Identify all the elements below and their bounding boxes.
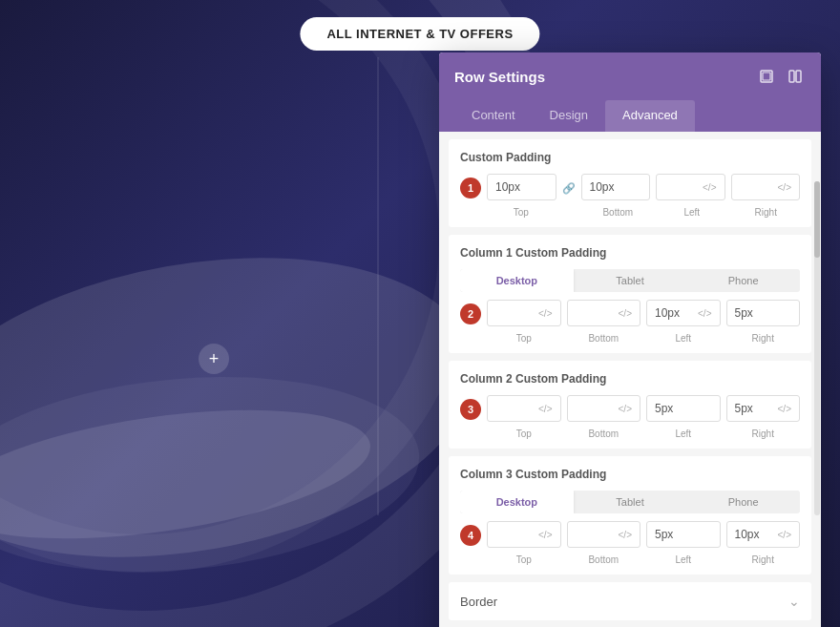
col1-left-field[interactable]: 10px </> (646, 300, 721, 326)
col1-code-left: </> (698, 308, 711, 319)
col3-right-group: 10px </> (726, 521, 801, 548)
padding-top-field[interactable]: 10px (487, 174, 556, 200)
badge-3-wrap: 3 (460, 399, 485, 420)
col3-left-value: 5px (655, 528, 673, 541)
col1-bottom-field[interactable]: </> (567, 300, 641, 326)
col3-right-field[interactable]: 10px </> (726, 521, 801, 548)
offer-button[interactable]: ALL INTERNET & TV OFFERS (300, 17, 539, 51)
col3-right-value: 10px (735, 528, 760, 541)
padding-right-group: </> (731, 174, 801, 200)
col1-top-field[interactable]: </> (487, 300, 561, 326)
col1-tab-desktop[interactable]: Desktop (460, 269, 574, 292)
col2-right-field[interactable]: 5px </> (726, 395, 801, 422)
link-icon[interactable]: 🔗 (562, 182, 576, 195)
col1-code-bottom: </> (619, 308, 632, 319)
col3-code-bottom: </> (619, 530, 632, 540)
svg-rect-2 (789, 71, 794, 82)
col1-tab-phone[interactable]: Phone (686, 269, 800, 292)
col3-left-field[interactable]: 5px (646, 521, 721, 548)
col1-padding-section: Column 1 Custom Padding Desktop Tablet P… (449, 235, 811, 353)
col2-right-value: 5px (735, 402, 753, 415)
col1-bottom-group: </> (567, 300, 641, 326)
code-icon-right: </> (778, 182, 791, 193)
col1-device-tabs: Desktop Tablet Phone (460, 269, 800, 292)
panel-header: Row Settings (439, 52, 821, 100)
col3-tab-phone[interactable]: Phone (686, 491, 800, 513)
tab-content[interactable]: Content (454, 100, 533, 132)
right-label: Right (755, 207, 777, 218)
col3-bottom-label: Bottom (588, 554, 619, 565)
col3-top-label: Top (516, 554, 532, 565)
custom-padding-section: Custom Padding 1 10px 🔗 (449, 139, 811, 227)
col1-code-top: </> (538, 308, 552, 319)
col2-bottom-label: Bottom (588, 428, 619, 439)
col3-bottom-field[interactable]: </> (567, 521, 641, 548)
col2-left-value: 5px (655, 402, 673, 415)
padding-top-value: 10px (495, 180, 520, 194)
col1-left-value: 10px (655, 306, 680, 320)
col1-right-value: 5px (735, 306, 753, 320)
col1-top-group: </> (487, 300, 561, 326)
col3-bottom-group: </> (567, 521, 641, 548)
label-top: Top (487, 204, 556, 218)
tab-design[interactable]: Design (533, 100, 605, 132)
col3-code-right: </> (778, 530, 791, 540)
col3-padding-title: Column 3 Custom Padding (460, 468, 800, 481)
code-icon-left: </> (703, 182, 716, 193)
col2-bottom-field[interactable]: </> (567, 395, 641, 422)
col1-padding-inputs: </> </> 10px </> (487, 300, 800, 326)
border-section[interactable]: Border ⌄ (449, 582, 811, 620)
divider-line (377, 57, 379, 515)
col3-top-group: </> (487, 521, 561, 548)
tab-advanced[interactable]: Advanced (605, 100, 695, 132)
col3-padding-inputs: </> </> 5px (487, 521, 800, 548)
col2-top-label: Top (516, 428, 532, 439)
col2-code-right: </> (778, 404, 791, 414)
col2-code-bottom: </> (619, 404, 632, 414)
scrollbar-thumb[interactable] (814, 181, 820, 258)
label-bottom: Bottom (584, 204, 653, 218)
scrollbar-track[interactable] (814, 181, 820, 515)
panel-body: Custom Padding 1 10px 🔗 (439, 132, 821, 627)
col3-padding-section: Column 3 Custom Padding Desktop Tablet P… (449, 456, 811, 575)
padding-bottom-field[interactable]: 10px (581, 174, 651, 200)
badge-1-wrap: 1 (460, 178, 485, 199)
col2-code-top: </> (538, 404, 552, 414)
badge-2-wrap: 2 (460, 303, 485, 324)
padding-left-field[interactable]: </> (656, 174, 725, 200)
panel-header-icons (756, 66, 806, 87)
columns-icon[interactable] (785, 66, 806, 87)
col2-left-group: 5px (646, 395, 721, 422)
badge-4: 4 (460, 525, 481, 546)
col2-left-label: Left (675, 428, 691, 439)
col3-top-field[interactable]: </> (487, 521, 561, 548)
col2-padding-inputs: </> </> 5px (487, 395, 800, 422)
badge-3: 3 (460, 399, 481, 420)
col1-left-label: Left (675, 333, 691, 344)
col1-right-group: 5px (726, 300, 801, 326)
badge-4-wrap: 4 (460, 525, 485, 546)
col3-left-label: Left (675, 554, 691, 565)
padding-right-field[interactable]: </> (731, 174, 801, 200)
chevron-down-icon: ⌄ (788, 594, 800, 609)
expand-icon[interactable] (756, 66, 777, 87)
col1-padding-title: Column 1 Custom Padding (460, 246, 800, 260)
col2-top-group: </> (487, 395, 561, 422)
col3-code-top: </> (538, 530, 552, 540)
add-section-button[interactable]: + (199, 344, 229, 374)
col1-tab-tablet[interactable]: Tablet (574, 269, 687, 292)
left-label: Left (683, 207, 700, 218)
panel-tabs: Content Design Advanced (439, 100, 821, 132)
col3-tab-desktop[interactable]: Desktop (460, 491, 574, 513)
col1-padding-labels: Top Bottom Left Right (487, 330, 800, 344)
col1-right-field[interactable]: 5px (726, 300, 801, 326)
padding-left-group: </> (656, 174, 725, 200)
padding-top-group: 10px (487, 174, 556, 200)
col2-left-field[interactable]: 5px (646, 395, 721, 422)
col3-tab-tablet[interactable]: Tablet (574, 491, 687, 513)
badge-2: 2 (460, 303, 481, 324)
custom-padding-row: 1 10px 🔗 10px (460, 174, 800, 221)
col2-top-field[interactable]: </> (487, 395, 561, 422)
svg-rect-1 (763, 73, 770, 80)
top-label: Top (514, 207, 529, 218)
